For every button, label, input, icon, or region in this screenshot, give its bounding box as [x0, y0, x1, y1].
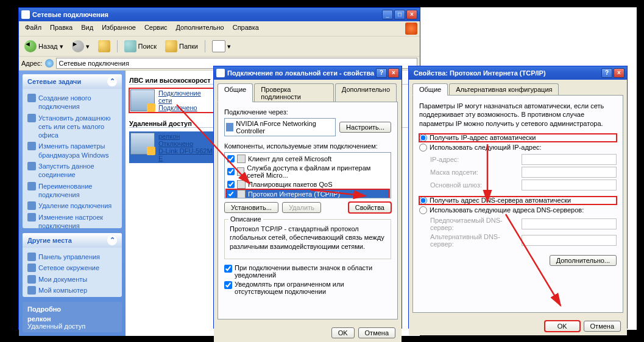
task-home-net[interactable]: Установить домашнюю сеть или сеть малого… [27, 113, 117, 141]
menu-extra[interactable]: Дополнительно [172, 23, 228, 35]
forward-icon: ► [72, 40, 84, 52]
mask-label: Маска подсети: [430, 169, 522, 176]
menu-bar: Файл Правка Вид Избранное Сервис Дополни… [19, 21, 420, 37]
forward-button[interactable]: ►▾ [69, 38, 93, 54]
dlg2-titlebar[interactable]: Свойства: Протокол Интернета (TCP/IP) ? … [409, 66, 627, 80]
minimize-button[interactable]: _ [382, 10, 393, 19]
components-list[interactable]: Клиент для сетей Microsoft Служба доступ… [224, 152, 391, 198]
other-cpanel[interactable]: Панель управления [27, 251, 117, 262]
tcpip-properties-dialog: Свойства: Протокол Интернета (TCP/IP) ? … [408, 66, 628, 329]
task-settings[interactable]: Изменение настроек подключения [27, 212, 117, 229]
wizard-icon [27, 94, 36, 102]
dlg1-title: Подключение по локальной сети - свойства [227, 69, 376, 77]
dns1-label: Предпочитаемый DNS-сервер: [430, 217, 522, 231]
ip-label: IP-адрес: [430, 156, 522, 163]
up-button[interactable] [95, 38, 113, 54]
dlg1-titlebar[interactable]: Подключение по локальной сети - свойства… [214, 66, 402, 80]
ip-field[interactable] [522, 154, 617, 165]
menu-edit[interactable]: Правка [46, 23, 76, 35]
search-button[interactable]: Поиск [121, 38, 160, 54]
tray-icon-checkbox[interactable] [224, 265, 232, 273]
other-network[interactable]: Сетевое окружение [27, 262, 117, 273]
cancel-button[interactable]: Отмена [358, 327, 395, 338]
sidebox-other: Другие места⌃ Панель управления Сетевое … [23, 233, 122, 297]
task-rename[interactable]: Переименование подключения [27, 181, 117, 201]
delete-icon [27, 201, 36, 210]
tab-general[interactable]: Общие [218, 83, 253, 102]
dialup-connection-icon [130, 133, 155, 155]
adapter-icon [226, 123, 233, 131]
radio-auto-dns-row: Получить адрес DNS-сервера автоматически [419, 197, 617, 204]
component-client[interactable]: Клиент для сетей Microsoft [226, 154, 389, 164]
maximize-button[interactable]: □ [394, 10, 405, 19]
service-icon [237, 167, 244, 176]
task-firewall[interactable]: Изменить параметры брандмауэра Windows [27, 141, 117, 161]
component-fileshare[interactable]: Служба доступа к файлам и принтерам сете… [226, 164, 389, 180]
sidebox-tasks: Сетевые задачи⌃ Создание нового подключе… [23, 74, 122, 228]
task-delete[interactable]: Удаление подключения [27, 200, 117, 211]
install-button[interactable]: Установить... [224, 202, 278, 213]
properties-button[interactable]: Свойства [349, 202, 391, 213]
rename-icon [27, 182, 36, 190]
task-new-conn[interactable]: Создание нового подключения [27, 92, 117, 113]
component-qos[interactable]: Планировщик пакетов QoS [226, 180, 389, 189]
views-icon [212, 40, 225, 52]
radio-auto-ip-row: Получить IP-адрес автоматически [419, 134, 617, 142]
tab-advanced[interactable]: Дополнительно [335, 83, 397, 102]
menu-tools[interactable]: Сервис [141, 23, 171, 35]
radio-auto-dns[interactable] [419, 197, 427, 204]
remove-button[interactable]: Удалить [282, 202, 321, 213]
advanced-button[interactable]: Дополнительно... [550, 255, 617, 266]
close-button[interactable]: × [614, 68, 625, 78]
menu-view[interactable]: Вид [77, 23, 97, 35]
conn-lan-item[interactable]: ПодключениесетиПодключено [129, 88, 214, 113]
conn-dialup-item[interactable]: релконОтключеноD-Link DFU-562M E [129, 131, 214, 163]
radio-manual-dns-label: Использовать следующие адреса DNS-сервер… [430, 206, 584, 214]
other-computer[interactable]: Мой компьютер [27, 285, 117, 296]
app-icon [21, 10, 30, 19]
notify-checkbox[interactable] [224, 281, 232, 289]
description-header: Описание [228, 215, 263, 223]
configure-button[interactable]: Настроить... [339, 122, 391, 133]
explorer-titlebar[interactable]: Сетевые подключения _ □ × [19, 8, 420, 21]
ok-button[interactable]: OK [331, 327, 355, 338]
back-button[interactable]: ◄Назад▾ [21, 38, 66, 54]
component-tcpip[interactable]: Протокол Интернета (TCP/IP) [226, 189, 389, 198]
cancel-button[interactable]: Отмена [584, 321, 621, 332]
shield-icon [27, 142, 36, 150]
search-icon [124, 40, 136, 52]
play-icon [27, 162, 36, 170]
menu-fav[interactable]: Избранное [98, 23, 140, 35]
tray-icon-label: При подключении вывести значок в области… [235, 264, 391, 279]
radio-manual-ip[interactable] [419, 144, 427, 152]
menu-file[interactable]: Файл [21, 23, 45, 35]
xp-logo-icon [405, 23, 417, 35]
views-button[interactable]: ▾ [209, 38, 234, 54]
tab-alt-config[interactable]: Альтернативная конфигурация [449, 83, 559, 96]
dns2-field[interactable] [522, 235, 617, 246]
menu-help[interactable]: Справка [229, 23, 263, 35]
dialog-icon [216, 69, 225, 77]
ok-button[interactable]: OK [545, 321, 580, 332]
radio-auto-ip[interactable] [419, 134, 427, 142]
sidebox-tasks-header: Сетевые задачи [27, 78, 81, 85]
dns1-field[interactable] [522, 218, 617, 229]
task-start[interactable]: Запустить данное соединение [27, 161, 117, 181]
other-docs[interactable]: Мои документы [27, 274, 117, 285]
close-button[interactable]: × [388, 68, 399, 78]
help-button[interactable]: ? [601, 68, 612, 78]
chevron-up-icon[interactable]: ⌃ [107, 77, 117, 86]
gateway-field[interactable] [522, 180, 617, 190]
help-button[interactable]: ? [376, 68, 387, 78]
tab-general[interactable]: Общие [412, 83, 448, 96]
close-button[interactable]: × [406, 10, 417, 19]
mask-field[interactable] [522, 167, 617, 178]
dns2-label: Альтернативный DNS-сервер: [430, 233, 522, 248]
radio-auto-dns-label: Получить адрес DNS-сервера автоматически [430, 197, 571, 204]
docs-icon [27, 275, 36, 284]
computer-icon [27, 286, 36, 295]
chevron-up-icon[interactable]: ⌃ [107, 236, 117, 245]
radio-manual-dns[interactable] [419, 206, 427, 214]
tab-auth[interactable]: Проверка подлинности [254, 83, 334, 102]
folders-button[interactable]: Папки [162, 38, 201, 54]
